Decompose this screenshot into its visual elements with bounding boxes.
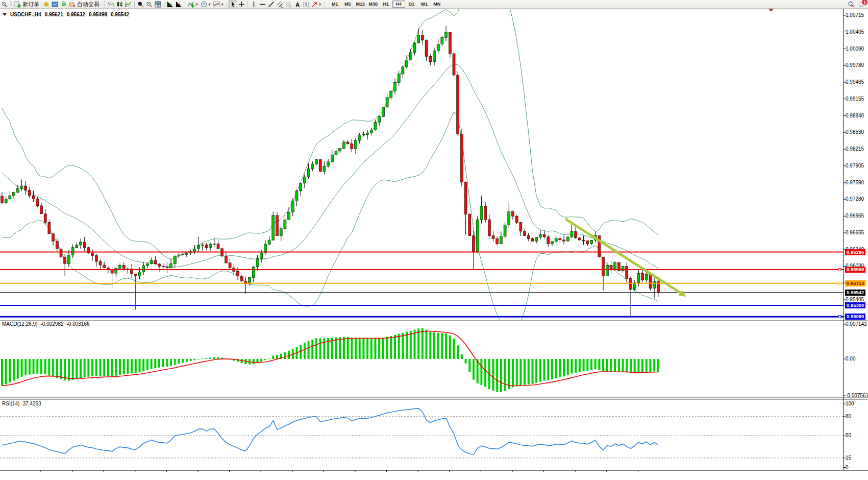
timeframe-h1-button[interactable]: H1 [380,1,392,8]
draw-text-button[interactable]: A [293,1,302,8]
candle-body[interactable] [185,253,188,254]
styler-button[interactable] [42,1,51,8]
candle-body[interactable] [1,196,4,203]
candle-body[interactable] [173,256,176,264]
candle-body[interactable] [323,166,326,172]
draw-label-button[interactable]: T [302,1,310,8]
notifications-button[interactable]: 1 [857,1,866,8]
candle-body[interactable] [362,134,365,135]
candle-body[interactable] [578,238,581,240]
candle-body[interactable] [413,43,416,53]
candle-body[interactable] [154,260,157,264]
candle-body[interactable] [44,214,46,223]
candle-body[interactable] [453,54,455,75]
price-line-badge[interactable]: 0.95089 [845,314,865,320]
candle-body[interactable] [402,67,404,74]
price-line-badge[interactable]: 0.95300 [845,302,865,308]
candle-chart-mode-button[interactable] [115,1,124,8]
candle-body[interactable] [83,242,86,248]
candle-body[interactable] [5,199,7,203]
candle-body[interactable] [256,259,259,267]
candle-body[interactable] [311,164,314,169]
candle-body[interactable] [16,188,19,192]
candle-body[interactable] [339,148,341,151]
candle-body[interactable] [515,217,518,223]
candle-body[interactable] [429,56,432,61]
candle-body[interactable] [268,240,270,244]
candle-body[interactable] [291,201,294,212]
candle-body[interactable] [162,266,164,267]
candle-body[interactable] [95,255,97,261]
candle-body[interactable] [99,261,102,265]
candle-body[interactable] [32,196,35,199]
hline-handle[interactable] [838,316,841,318]
draw-trendline-button[interactable] [267,1,276,8]
timeframe-w1-button[interactable]: W1 [418,1,431,8]
signals-button[interactable] [59,1,68,8]
candle-body[interactable] [60,249,62,257]
candle-body[interactable] [166,267,168,268]
candle-body[interactable] [122,265,125,269]
candle-body[interactable] [425,40,428,56]
candle-body[interactable] [272,215,275,240]
candle-body[interactable] [103,265,106,268]
candle-body[interactable] [64,257,66,264]
candle-body[interactable] [645,274,648,280]
draw-vline-button[interactable] [250,1,258,8]
candle-body[interactable] [319,160,321,172]
candle-body[interactable] [571,231,573,237]
candle-body[interactable] [288,212,290,220]
candle-body[interactable] [40,206,43,214]
candle-body[interactable] [476,220,479,252]
candle-body[interactable] [280,229,282,236]
candle-body[interactable] [610,265,612,269]
candle-body[interactable] [547,237,550,244]
candle-body[interactable] [351,144,353,149]
periods-button[interactable]: ▼ [200,1,212,8]
candle-body[interactable] [276,215,279,236]
quotes-search-button[interactable] [0,1,9,8]
candle-body[interactable] [527,236,530,239]
price-line-badge[interactable]: 0.96296 [845,249,865,255]
tile-windows-button[interactable] [154,1,162,8]
candle-body[interactable] [535,237,538,242]
candle-body[interactable] [300,183,302,191]
candle-body[interactable] [142,266,145,272]
candle-body[interactable] [606,265,608,276]
candle-body[interactable] [52,234,55,241]
auto-scroll-button[interactable] [166,1,175,8]
candle-body[interactable] [346,142,349,144]
candle-body[interactable] [382,107,384,117]
candle-body[interactable] [468,214,471,236]
search-button[interactable] [847,1,855,8]
timeframe-mn-button[interactable]: MN [431,1,443,8]
candle-body[interactable] [539,235,541,237]
price-line-badge[interactable]: 0.95542 [845,290,865,296]
candle-body[interactable] [260,253,263,258]
candle-body[interactable] [197,246,200,249]
candle-body[interactable] [473,236,475,252]
timeframe-m15-button[interactable]: M15 [354,1,367,8]
candle-body[interactable] [441,38,443,44]
draw-fibonacci-button[interactable]: F [284,1,293,8]
candle-body[interactable] [563,240,565,241]
draw-hline-button[interactable] [258,1,267,8]
crosshair-button[interactable] [237,1,246,8]
candle-body[interactable] [217,244,219,249]
candle-body[interactable] [582,240,585,241]
trend-arrow-line[interactable] [566,220,681,294]
candle-body[interactable] [630,279,632,290]
candle-body[interactable] [559,238,561,240]
candle-body[interactable] [524,231,526,236]
zoom-out-button[interactable] [145,1,154,8]
candle-body[interactable] [460,134,463,182]
candle-body[interactable] [13,193,15,196]
candle-body[interactable] [335,151,337,155]
candle-body[interactable] [641,273,644,280]
candle-body[interactable] [551,242,554,244]
templates-button[interactable]: ▼ [212,1,225,8]
candle-body[interactable] [496,238,499,244]
candle-body[interactable] [457,75,459,134]
candle-body[interactable] [24,186,27,190]
timeframe-m1-button[interactable]: M1 [329,1,341,8]
